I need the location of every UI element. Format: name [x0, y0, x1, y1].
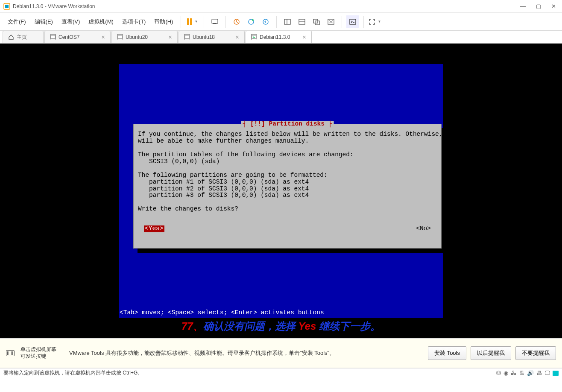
- tab-label: Ubuntu18: [193, 34, 215, 40]
- tab-close-icon[interactable]: ✕: [235, 35, 239, 40]
- tools-message: VMware Tools 具有很多功能，能改善鼠标移动性、视频和性能。请登录客户…: [61, 349, 424, 357]
- svg-rect-20: [185, 35, 189, 39]
- fullscreen-button[interactable]: ▼: [368, 15, 381, 28]
- menu-view[interactable]: 查看(V): [58, 16, 83, 27]
- keyboard-hint: 单击虚拟机屏幕 可发送按键: [20, 346, 56, 360]
- tab-debian11[interactable]: Debian11.3.0 ✕: [246, 31, 312, 43]
- menu-vm[interactable]: 虚拟机(M): [85, 16, 117, 27]
- printer-icon[interactable]: 🖶: [519, 370, 524, 376]
- tab-close-icon[interactable]: ✕: [101, 35, 105, 40]
- vmware-tools-bar: 单击虚拟机屏幕 可发送按键 VMware Tools 具有很多功能，能改善鼠标移…: [0, 338, 562, 368]
- tab-close-icon[interactable]: ✕: [168, 35, 172, 40]
- tab-close-icon[interactable]: ✕: [302, 35, 306, 40]
- view-single-icon[interactable]: [281, 15, 294, 28]
- menubar: 文件(F) 编辑(E) 查看(V) 虚拟机(M) 选项卡(T) 帮助(H) ▼ …: [0, 13, 562, 31]
- view-tile-icon[interactable]: [296, 15, 308, 28]
- network-icon[interactable]: 🖧: [511, 370, 516, 376]
- svg-point-6: [252, 19, 254, 21]
- installer-hint: <Tab> moves; <Space> selects; <Enter> ac…: [120, 310, 324, 316]
- statusbar: 要将输入定向到该虚拟机，请在虚拟机内部单击或按 Ctrl+G。 ⛁ ◉ 🖧 🖶 …: [0, 368, 562, 377]
- pause-button[interactable]: ▼: [185, 15, 199, 28]
- snapshot-manager-icon[interactable]: [245, 15, 258, 28]
- install-tools-button[interactable]: 安装 Tools: [428, 346, 466, 360]
- status-message: 要将输入定向到该虚拟机，请在虚拟机内部单击或按 Ctrl+G。: [3, 369, 143, 377]
- vm-running-icon: [251, 34, 257, 40]
- snapshot-icon[interactable]: [230, 15, 243, 28]
- option-yes[interactable]: <Yes>: [144, 225, 164, 232]
- dialog-body: If you continue, the changes listed belo…: [134, 124, 441, 219]
- never-remind-button[interactable]: 不要提醒我: [515, 346, 556, 360]
- console-icon[interactable]: [346, 15, 359, 28]
- tab-ubuntu18[interactable]: Ubuntu18 ✕: [179, 31, 245, 43]
- view-unity-icon[interactable]: [310, 15, 323, 28]
- menu-help[interactable]: 帮助(H): [151, 16, 176, 27]
- remind-later-button[interactable]: 以后提醒我: [471, 346, 511, 360]
- window-title: Debian11.3.0 - VMware Workstation: [13, 3, 95, 9]
- svg-rect-8: [284, 19, 290, 24]
- vm-icon: [117, 34, 123, 40]
- keyboard-icon: [6, 350, 15, 356]
- svg-rect-17: [51, 35, 55, 39]
- view-stretch-icon[interactable]: [325, 15, 337, 28]
- menu-file[interactable]: 文件(F): [4, 16, 29, 27]
- vm-display-area[interactable]: ┤ [!!] Partition disks ├ If you continue…: [0, 44, 562, 338]
- display-icon[interactable]: 🖵: [544, 370, 550, 376]
- usb-icon[interactable]: 🖶: [536, 370, 542, 376]
- tutorial-caption: 77、确认没有问题，选择 Yes 继续下一步。: [0, 319, 562, 333]
- option-no[interactable]: <No>: [416, 225, 431, 232]
- message-indicator-icon[interactable]: [553, 371, 559, 376]
- vm-icon: [184, 34, 190, 40]
- tab-label: 主页: [17, 34, 27, 41]
- vm-icon: [50, 34, 56, 40]
- maximize-icon[interactable]: ▢: [536, 3, 541, 9]
- tab-home[interactable]: 主页: [3, 31, 44, 43]
- tab-centos7[interactable]: CentOS7 ✕: [44, 31, 111, 43]
- disk-icon[interactable]: ⛁: [496, 370, 501, 376]
- svg-rect-3: [213, 23, 217, 24]
- vmware-icon: [3, 3, 10, 10]
- menu-tabs[interactable]: 选项卡(T): [119, 16, 149, 27]
- vm-screen[interactable]: ┤ [!!] Partition disks ├ If you continue…: [119, 64, 443, 318]
- status-tray: ⛁ ◉ 🖧 🖶 🔊 🖶 🖵: [496, 370, 559, 376]
- svg-rect-19: [118, 35, 122, 39]
- tab-label: Debian11.3.0: [260, 34, 290, 40]
- tabbar: 主页 CentOS7 ✕ Ubuntu20 ✕ Ubuntu18 ✕ Debia…: [0, 31, 562, 44]
- home-icon: [8, 34, 14, 40]
- installer-dialog: ┤ [!!] Partition disks ├ If you continue…: [133, 124, 442, 249]
- menu-edit[interactable]: 编辑(E): [31, 16, 56, 27]
- revert-snapshot-icon[interactable]: [259, 15, 272, 28]
- window-titlebar: Debian11.3.0 - VMware Workstation — ▢ ✕: [0, 0, 562, 13]
- minimize-icon[interactable]: —: [520, 3, 526, 9]
- svg-rect-2: [212, 19, 218, 23]
- dialog-title: ┤ [!!] Partition disks ├: [241, 121, 334, 128]
- tab-ubuntu20[interactable]: Ubuntu20 ✕: [111, 31, 178, 43]
- send-ctrl-alt-del-icon[interactable]: [208, 15, 221, 28]
- cdrom-icon[interactable]: ◉: [503, 370, 508, 376]
- tab-label: Ubuntu20: [126, 34, 148, 40]
- tab-label: CentOS7: [59, 34, 79, 40]
- svg-rect-1: [5, 5, 9, 8]
- sound-icon[interactable]: 🔊: [527, 370, 534, 376]
- close-icon[interactable]: ✕: [551, 3, 556, 9]
